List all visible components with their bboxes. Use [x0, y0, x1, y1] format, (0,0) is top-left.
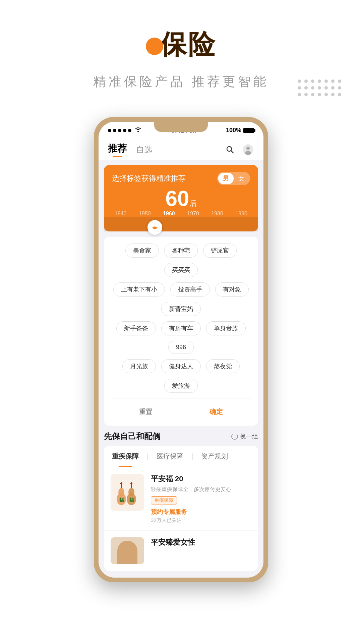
product-avatar-face	[117, 541, 137, 564]
recommendation-panel: 选择标签获得精准推荐 男 女 60后 1940 1950	[104, 165, 258, 231]
nav-icons	[224, 144, 254, 156]
avatar-button[interactable]	[242, 144, 254, 156]
decade-slider-thumb[interactable]: ◂▸	[147, 220, 162, 235]
confirm-button[interactable]: 确定	[196, 405, 236, 419]
signal-dot-1	[108, 129, 111, 132]
panel-top-row: 选择标签获得精准推荐 男 女	[112, 172, 250, 185]
tags-section: 美食家 各种宅 铲屎官 买买买 上有老下有小 投资高手 有对象 新晋宝妈 新手爸…	[104, 237, 258, 426]
tag-jiansheng[interactable]: 健身达人	[161, 359, 201, 373]
tag-xinshoubaba[interactable]: 新手爸爸	[116, 321, 156, 335]
tag-youfang[interactable]: 有房有车	[161, 321, 201, 335]
decade-1990: 1990	[235, 211, 247, 217]
tag-aoyedang[interactable]: 熬夜党	[206, 359, 240, 373]
product-info-2: 平安臻爱女性	[151, 537, 251, 564]
phone-bottom-padding	[99, 571, 263, 578]
reset-button[interactable]: 重置	[126, 405, 166, 419]
decade-suffix: 后	[189, 199, 197, 208]
tag-996[interactable]: 996	[168, 341, 194, 354]
nav-tab-custom[interactable]: 自选	[136, 144, 152, 157]
tag-row-4: 月光族 健身达人 熬夜党 爱旅游	[111, 359, 251, 393]
product-tab-assets[interactable]: 资产规划	[193, 446, 236, 467]
svg-text:福: 福	[119, 497, 124, 502]
phone-outer-frame: 9:41 AM 100% 推荐 自选	[94, 117, 268, 582]
slider-arrows-icon: ◂▸	[152, 224, 158, 231]
product-tab-medical[interactable]: 医疗保障	[148, 446, 191, 467]
product-tag-1: 重疾保障	[151, 496, 177, 504]
nav-bar: 推荐 自选	[99, 138, 263, 160]
gender-female-btn[interactable]: 女	[234, 173, 249, 184]
svg-marker-13	[120, 482, 123, 484]
product-item-1[interactable]: 福 福 平安福 20	[104, 467, 258, 530]
gender-toggle[interactable]: 男 女	[217, 172, 250, 185]
tag-yueguang[interactable]: 月光族	[122, 359, 156, 373]
refresh-icon	[231, 433, 238, 440]
product-tabs: 重疾保障 | 医疗保障 | 资产规划	[104, 446, 258, 467]
tag-youdui[interactable]: 有对象	[215, 282, 249, 297]
signal-dot-4	[123, 129, 126, 132]
products-section-header: 先保自己和配偶 换一组	[104, 431, 258, 442]
decade-1960: 1960	[163, 211, 175, 217]
tag-shangyoula[interactable]: 上有老下有小	[113, 282, 165, 297]
change-group-button[interactable]: 换一组	[231, 432, 258, 440]
svg-point-10	[128, 488, 134, 496]
nav-tabs: 推荐 自选	[108, 142, 152, 157]
change-group-label: 换一组	[240, 432, 258, 440]
status-signal	[108, 127, 142, 134]
decade-scale: 1940 1950 1960 1970 1980 1990	[112, 211, 250, 217]
page-header: 保险 精准保险产品 推荐更智能	[0, 0, 362, 104]
decade-1970: 1970	[187, 211, 199, 217]
products-section: 先保自己和配偶 换一组 重疾保障 | 医疗保障	[104, 431, 258, 571]
products-section-title: 先保自己和配偶	[104, 431, 160, 442]
nav-tab-recommend[interactable]: 推荐	[108, 142, 127, 157]
app-title: 保险	[160, 27, 216, 63]
product-tab-critical[interactable]: 重疾保障	[104, 446, 147, 467]
svg-point-6	[118, 488, 124, 496]
svg-text:福: 福	[129, 497, 134, 502]
product-followers-1: 32万人已关注	[151, 517, 251, 524]
decade-1980: 1980	[211, 211, 223, 217]
tag-row-2: 上有老下有小 投资高手 有对象 新晋宝妈	[111, 282, 251, 316]
dot-grid-decoration	[298, 79, 342, 97]
svg-marker-14	[130, 482, 133, 484]
decade-number: 60	[165, 186, 189, 211]
product-info-1: 平安福 20 轻症重疾保障全，多次赔付更安心 重疾保障 预约专属服务 32万人已…	[151, 474, 251, 524]
tag-row-1: 美食家 各种宅 铲屎官 买买买	[111, 244, 251, 277]
product-desc-1: 轻症重疾保障全，多次赔付更安心	[151, 486, 251, 493]
product-image-2	[111, 537, 144, 564]
tag-maimai[interactable]: 买买买	[164, 263, 198, 277]
tags-action-row: 重置 确定	[111, 398, 251, 419]
phone-inner-screen: 9:41 AM 100% 推荐 自选	[99, 122, 263, 578]
signal-dot-5	[128, 129, 131, 132]
status-battery-area: 100%	[226, 127, 254, 134]
battery-bar	[243, 128, 254, 133]
decade-display: 60后	[112, 188, 250, 209]
phone-mockup: 9:41 AM 100% 推荐 自选	[0, 117, 362, 582]
product-name-2: 平安臻爱女性	[151, 537, 251, 547]
signal-dot-3	[118, 129, 121, 132]
product-item-2[interactable]: 平安臻爱女性	[104, 530, 258, 571]
decade-1950: 1950	[139, 211, 151, 217]
panel-title: 选择标签获得精准推荐	[112, 173, 186, 183]
wifi-icon	[134, 127, 142, 134]
product-card: 重疾保障 | 医疗保障 | 资产规划	[104, 446, 258, 571]
search-button[interactable]	[224, 144, 236, 156]
tag-xinbao[interactable]: 新晋宝妈	[161, 302, 201, 316]
product-name-1: 平安福 20	[151, 474, 251, 484]
phone-notch	[154, 122, 208, 132]
tag-chanshi[interactable]: 铲屎官	[203, 244, 237, 258]
gender-male-btn[interactable]: 男	[218, 173, 234, 184]
tag-meishi[interactable]: 美食家	[125, 244, 159, 258]
tag-touzi[interactable]: 投资高手	[170, 282, 210, 297]
tag-ailyu[interactable]: 爱旅游	[164, 379, 198, 393]
battery-fill	[244, 128, 253, 132]
tag-danshen[interactable]: 单身贵族	[206, 321, 246, 335]
app-title-wrap: 保险	[0, 27, 362, 63]
tag-row-3: 新手爸爸 有房有车 单身贵族 996	[111, 321, 251, 354]
signal-dot-2	[113, 129, 116, 132]
orange-dot-icon	[146, 38, 163, 55]
decade-1940: 1940	[115, 211, 127, 217]
svg-point-3	[246, 147, 250, 150]
battery-percent: 100%	[226, 127, 241, 134]
tag-gezhai[interactable]: 各种宅	[164, 244, 198, 258]
product-action-1[interactable]: 预约专属服务	[151, 508, 251, 516]
